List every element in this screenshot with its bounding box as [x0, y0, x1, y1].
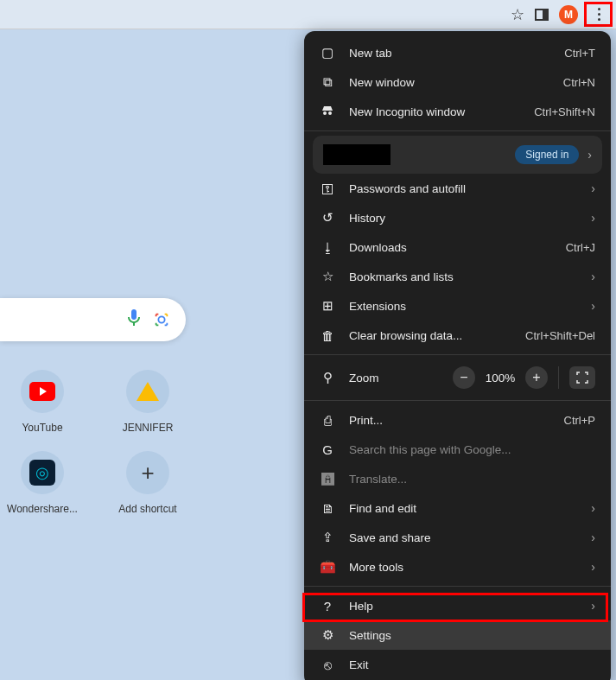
menu-new-tab[interactable]: ▢ New tab Ctrl+T [304, 38, 611, 67]
plus-icon: + [141, 460, 154, 486]
zoom-level: 100% [482, 372, 518, 384]
shortcuts-grid: YouTube JENNIFER Wondershare... + Add sh… [0, 370, 190, 515]
google-logo: le [0, 147, 2, 257]
menu-print[interactable]: ⎙ Print... Ctrl+P [304, 405, 611, 435]
chevron-right-icon: › [591, 501, 595, 515]
menu-divider [304, 354, 611, 355]
shortcut-jennifer[interactable]: JENNIFER [112, 370, 183, 434]
kebab-menu-icon[interactable] [588, 4, 609, 25]
magnifier-icon: ⚲ [320, 370, 335, 385]
chevron-right-icon: › [591, 270, 595, 283]
document-icon: 🗎 [320, 500, 335, 516]
chevron-right-icon: › [591, 211, 595, 225]
history-icon: ↺ [320, 210, 335, 226]
menu-downloads[interactable]: ⭳ Downloads Ctrl+J [304, 232, 611, 262]
chevron-right-icon: › [591, 299, 595, 313]
chevron-right-icon: › [587, 148, 592, 162]
star-icon: ☆ [320, 269, 335, 284]
shortcut-label: Add shortcut [118, 503, 176, 515]
browser-toolbar: ☆ M [0, 0, 616, 29]
trash-icon: 🗑 [320, 327, 335, 343]
key-icon: ⚿ [320, 181, 335, 196]
image-search-icon[interactable] [153, 311, 170, 328]
voice-search-icon[interactable] [127, 309, 141, 331]
zoom-out-button[interactable]: − [453, 366, 475, 389]
shortcut-add[interactable]: + Add shortcut [112, 451, 183, 515]
profile-name-redacted [323, 144, 391, 165]
gear-icon: ⚙ [320, 627, 335, 643]
menu-incognito[interactable]: New Incognito window Ctrl+Shift+N [304, 97, 611, 126]
menu-find-edit[interactable]: 🗎 Find and edit › [304, 493, 611, 523]
chrome-menu: ▢ New tab Ctrl+T ⧉ New window Ctrl+N New… [304, 31, 611, 680]
menu-divider [304, 400, 611, 401]
exit-icon: ⎋ [320, 657, 335, 672]
share-icon: ⇪ [320, 530, 335, 545]
menu-bookmarks[interactable]: ☆ Bookmarks and lists › [304, 262, 611, 291]
menu-extensions[interactable]: ⊞ Extensions › [304, 291, 611, 321]
menu-clear-data[interactable]: 🗑 Clear browsing data... Ctrl+Shift+Del [304, 321, 611, 350]
menu-settings[interactable]: ⚙ Settings [304, 620, 611, 650]
zoom-in-button[interactable]: + [525, 366, 548, 389]
toolbox-icon: 🧰 [320, 559, 335, 575]
new-window-icon: ⧉ [320, 74, 335, 90]
chevron-right-icon: › [591, 531, 595, 544]
shortcut-youtube[interactable]: YouTube [7, 370, 78, 434]
menu-zoom: ⚲ Zoom − 100% + [304, 359, 611, 396]
download-icon: ⭳ [320, 239, 335, 255]
print-icon: ⎙ [320, 412, 335, 428]
svg-point-0 [158, 316, 164, 322]
side-panel-icon[interactable] [535, 9, 549, 21]
shortcut-label: Wondershare... [7, 503, 78, 515]
shortcut-label: YouTube [22, 422, 62, 434]
profile-avatar[interactable]: M [559, 5, 578, 24]
signed-in-badge: Signed in [515, 145, 579, 164]
menu-passwords[interactable]: ⚿ Passwords and autofill › [304, 174, 611, 203]
google-g-icon: G [320, 442, 335, 457]
shortcut-wondershare[interactable]: Wondershare... [7, 451, 78, 515]
shortcut-label: JENNIFER [123, 422, 174, 434]
search-bar[interactable] [0, 298, 186, 341]
menu-help[interactable]: ? Help › [304, 591, 611, 620]
drive-icon [137, 382, 159, 401]
menu-translate[interactable]: 🅰 Translate... [304, 464, 611, 493]
chevron-right-icon: › [591, 181, 595, 195]
puzzle-icon: ⊞ [320, 298, 335, 314]
menu-profile[interactable]: Signed in › [313, 136, 602, 174]
menu-divider [304, 586, 611, 587]
menu-search-page[interactable]: G Search this page with Google... [304, 435, 611, 464]
translate-icon: 🅰 [320, 471, 335, 486]
new-tab-icon: ▢ [320, 45, 335, 60]
chevron-right-icon: › [591, 599, 595, 613]
menu-history[interactable]: ↺ History › [304, 203, 611, 232]
chevron-right-icon: › [591, 560, 595, 574]
incognito-icon [320, 104, 335, 119]
fullscreen-button[interactable] [569, 366, 595, 389]
wondershare-icon [29, 460, 55, 486]
bookmark-star-icon[interactable]: ☆ [511, 5, 524, 24]
menu-more-tools[interactable]: 🧰 More tools › [304, 552, 611, 581]
youtube-icon [29, 382, 55, 401]
menu-divider [304, 130, 611, 131]
menu-save-share[interactable]: ⇪ Save and share › [304, 523, 611, 552]
menu-new-window[interactable]: ⧉ New window Ctrl+N [304, 67, 611, 97]
help-icon: ? [320, 598, 335, 613]
menu-exit[interactable]: ⎋ Exit [304, 650, 611, 679]
